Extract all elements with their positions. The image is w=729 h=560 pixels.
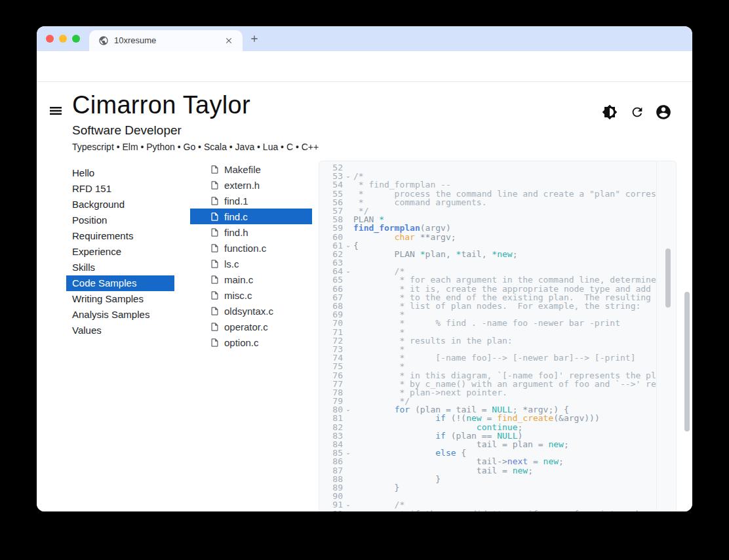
fold-chevron-icon[interactable]: ⌄: [343, 172, 353, 180]
new-tab-button[interactable]: [249, 33, 260, 44]
fold-chevron-icon[interactable]: ⌄: [343, 405, 353, 414]
fold-gutter: [343, 180, 353, 189]
fold-gutter: [343, 388, 353, 397]
nav-item-code-samples[interactable]: Code Samples: [66, 275, 174, 291]
line-number: 59: [319, 224, 343, 232]
fold-gutter: [343, 440, 353, 449]
browser-tab[interactable]: 10xresume: [89, 30, 243, 51]
code-clip-edge: [656, 161, 657, 511]
file-item-oldsyntax-c[interactable]: oldsyntax.c: [190, 303, 312, 319]
file-label: find.1: [224, 195, 248, 207]
file-item-misc-c[interactable]: misc.c: [190, 287, 312, 303]
line-number: 71: [319, 328, 343, 336]
line-number: 91: [319, 500, 343, 509]
fold-gutter: [343, 302, 353, 310]
code-viewer[interactable]: 5253⌄/*54 * find_formplan --55 * process…: [319, 161, 677, 511]
fold-gutter: [343, 380, 353, 388]
fold-chevron-icon[interactable]: ⌄: [343, 500, 353, 509]
line-number: 88: [319, 475, 343, 483]
minimize-window-button[interactable]: [59, 35, 67, 43]
fold-chevron-icon[interactable]: ⌄: [343, 241, 353, 250]
theme-toggle-icon[interactable]: [602, 104, 618, 123]
fold-gutter: [343, 258, 353, 267]
fold-gutter: [343, 207, 353, 215]
code-line: 60 char **argv;: [319, 233, 656, 241]
file-label: ls.c: [224, 258, 239, 270]
nav-item-values[interactable]: Values: [66, 323, 174, 338]
close-window-button[interactable]: [46, 35, 54, 43]
fold-gutter: [343, 457, 353, 466]
nav-list: HelloRFD 151BackgroundPositionRequiremen…: [66, 165, 174, 338]
code-text: PLAN *plan, *tail, *new;: [353, 250, 517, 258]
fold-chevron-icon[interactable]: ⌄: [343, 449, 353, 457]
file-item-extern-h[interactable]: extern.h: [190, 177, 312, 193]
refresh-icon[interactable]: [630, 105, 644, 122]
nav-item-rfd-151[interactable]: RFD 151: [66, 181, 174, 197]
nav-item-requirements[interactable]: Requirements: [66, 228, 174, 244]
file-item-find-c[interactable]: find.c: [190, 209, 312, 224]
file-icon: [210, 306, 220, 316]
file-item-makefile[interactable]: Makefile: [190, 161, 312, 177]
code-line: 92 * if the user didn't specify one of -…: [319, 510, 656, 512]
hamburger-menu-icon[interactable]: [48, 103, 64, 119]
file-item-ls-c[interactable]: ls.c: [190, 256, 312, 271]
tab-strip: 10xresume: [37, 26, 692, 51]
file-icon: [210, 165, 220, 174]
fold-gutter: [343, 371, 353, 380]
file-label: Makefile: [224, 164, 261, 175]
file-icon: [210, 290, 220, 300]
fold-gutter: [343, 423, 353, 431]
fold-gutter: [343, 224, 353, 232]
page-content: Cimarron Taylor Software Developer Types…: [37, 82, 692, 511]
code-text: * command arguments.: [353, 198, 487, 207]
page-scrollbar-thumb[interactable]: [684, 292, 690, 431]
code-lines: 5253⌄/*54 * find_formplan --55 * process…: [319, 163, 656, 511]
tab-close-icon[interactable]: [224, 36, 233, 45]
line-number: 56: [319, 198, 343, 207]
fold-gutter: [343, 483, 353, 492]
nav-item-writing-samples[interactable]: Writing Samples: [66, 291, 174, 307]
line-number: 76: [319, 371, 343, 380]
line-number: 87: [319, 466, 343, 475]
line-number: 82: [319, 423, 343, 431]
code-line: 52: [319, 163, 656, 172]
fold-gutter: [343, 275, 353, 284]
account-icon[interactable]: [655, 104, 672, 123]
page-title: Cimarron Taylor: [72, 90, 319, 119]
file-label: main.c: [224, 274, 253, 285]
line-number: 81: [319, 414, 343, 422]
code-scrollbar-thumb[interactable]: [665, 249, 671, 308]
file-icon: [210, 228, 220, 237]
file-icon: [210, 275, 220, 285]
fold-gutter: [343, 492, 353, 500]
browser-toolbar: https://localhost:5173/static?00000000#/…: [37, 51, 692, 81]
nav-item-background[interactable]: Background: [66, 197, 174, 212]
code-line: 62 PLAN *plan, *tail, *new;: [319, 250, 656, 258]
file-item-main-c[interactable]: main.c: [190, 271, 312, 287]
fold-gutter: [343, 475, 353, 483]
file-item-function-c[interactable]: function.c: [190, 240, 312, 256]
fold-gutter: [343, 250, 353, 258]
line-number: 75: [319, 362, 343, 370]
file-item-operator-c[interactable]: operator.c: [190, 319, 312, 334]
nav-item-experience[interactable]: Experience: [66, 244, 174, 260]
code-text: char **argv;: [353, 233, 456, 241]
line-number: 65: [319, 275, 343, 284]
nav-item-analysis-samples[interactable]: Analysis Samples: [66, 307, 174, 323]
file-label: option.c: [224, 337, 259, 348]
browser-window: 10xresume https://localhost:5173/static?…: [37, 26, 692, 511]
nav-item-position[interactable]: Position: [66, 212, 174, 228]
file-item-find-h[interactable]: find.h: [190, 224, 312, 240]
file-item-option-c[interactable]: option.c: [190, 334, 312, 350]
fold-chevron-icon[interactable]: ⌄: [343, 267, 353, 275]
file-icon: [210, 196, 220, 206]
line-number: 72: [319, 336, 343, 345]
file-item-find-1[interactable]: find.1: [190, 193, 312, 209]
zoom-window-button[interactable]: [72, 35, 80, 43]
file-icon: [210, 259, 220, 269]
code-line: 56 * command arguments.: [319, 198, 656, 207]
nav-item-skills[interactable]: Skills: [66, 260, 174, 275]
nav-item-hello[interactable]: Hello: [66, 165, 174, 181]
fold-gutter: [343, 190, 353, 198]
fold-gutter: [343, 466, 353, 475]
